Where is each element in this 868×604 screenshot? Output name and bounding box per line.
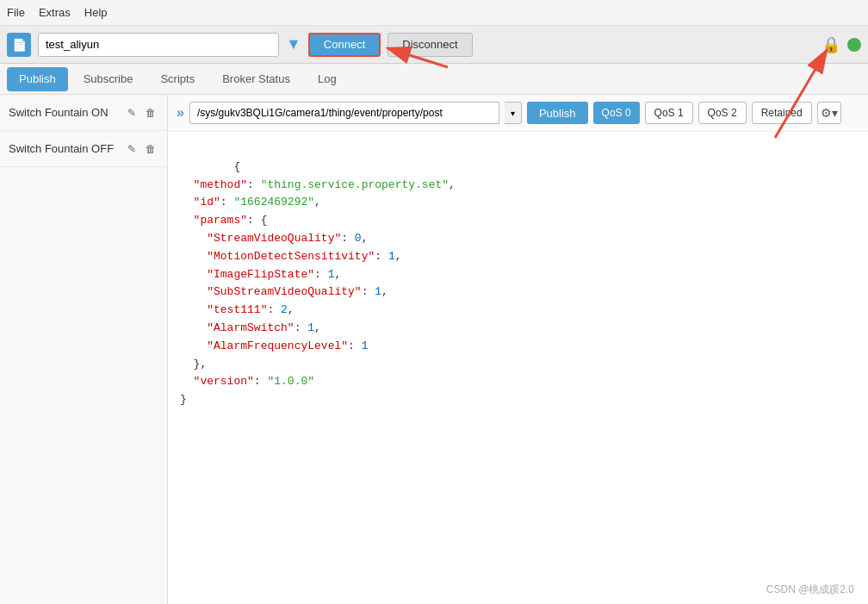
sidebar-item-fountain-on[interactable]: Switch Fountain ON ✎ 🗑 xyxy=(0,95,167,131)
code-line-method: "method": "thing.service.property.set", xyxy=(180,178,456,191)
code-line-stream: "StreamVideoQuality": 0, xyxy=(180,232,368,245)
connection-arrow-icon[interactable]: ▼ xyxy=(286,35,301,53)
sidebar-item-fountain-off-label: Switch Fountain OFF xyxy=(9,142,124,155)
watermark: CSDN @桃成蹊2.0 xyxy=(766,582,854,597)
code-line-alarmfreq: "AlarmFrequencyLevel": 1 xyxy=(180,339,368,352)
delete-fountain-on-icon[interactable]: 🗑 xyxy=(143,105,158,121)
code-line-id: "id": "1662469292", xyxy=(180,196,321,209)
tab-bar: Publish Subscribe Scripts Broker Status … xyxy=(0,64,868,95)
code-line-alarmswitch: "AlarmSwitch": 1, xyxy=(180,321,321,334)
code-params-close: }, xyxy=(180,358,207,370)
topic-dropdown-button[interactable]: ▾ xyxy=(505,102,522,124)
connection-name-input[interactable] xyxy=(38,33,279,57)
menu-extras[interactable]: Extras xyxy=(39,6,71,19)
sidebar-item-fountain-on-label: Switch Fountain ON xyxy=(9,106,124,119)
tab-log[interactable]: Log xyxy=(306,67,349,91)
sidebar-item-fountain-off-actions: ✎ 🗑 xyxy=(124,141,158,157)
document-icon: 📄 xyxy=(7,33,31,57)
tab-subscribe[interactable]: Subscribe xyxy=(71,67,146,91)
code-editor[interactable]: { "method": "thing.service.property.set"… xyxy=(168,132,868,604)
code-line-version: "version": "1.0.0" xyxy=(180,375,314,388)
tab-publish[interactable]: Publish xyxy=(7,67,68,91)
edit-fountain-on-icon[interactable]: ✎ xyxy=(124,105,140,121)
qos1-button[interactable]: QoS 1 xyxy=(645,102,693,124)
qos2-button[interactable]: QoS 2 xyxy=(698,102,747,124)
menubar: File Extras Help xyxy=(0,0,868,26)
lock-icon: 🔒 xyxy=(822,35,840,54)
delete-fountain-off-icon[interactable]: 🗑 xyxy=(143,141,158,157)
code-brace-close: } xyxy=(180,393,187,406)
menu-help[interactable]: Help xyxy=(84,6,108,19)
code-line-test111: "test111": 2, xyxy=(180,303,294,316)
publish-button[interactable]: Publish xyxy=(527,102,588,124)
topic-input[interactable] xyxy=(189,102,499,124)
connection-status-dot xyxy=(847,38,861,52)
settings-button[interactable]: ⚙▾ xyxy=(817,102,841,124)
code-line-params-open: "params": { xyxy=(180,214,267,227)
code-line-motion: "MotionDetectSensitivity": 1, xyxy=(180,250,402,263)
connect-button[interactable]: Connect xyxy=(308,33,381,57)
main-area: Switch Fountain ON ✎ 🗑 Switch Fountain O… xyxy=(0,95,868,604)
code-brace-open: { xyxy=(233,160,240,173)
topic-bar: » ▾ Publish QoS 0 QoS 1 QoS 2 Retained ⚙… xyxy=(168,95,868,132)
qos0-button[interactable]: QoS 0 xyxy=(593,102,640,124)
sidebar-item-fountain-on-actions: ✎ 🗑 xyxy=(124,105,158,121)
code-line-substream: "SubStreamVideoQuality": 1, xyxy=(180,285,388,298)
content-area: » ▾ Publish QoS 0 QoS 1 QoS 2 Retained ⚙… xyxy=(168,95,868,604)
edit-fountain-off-icon[interactable]: ✎ xyxy=(124,141,140,157)
disconnect-button[interactable]: Disconnect xyxy=(388,33,472,57)
sidebar-item-fountain-off[interactable]: Switch Fountain OFF ✎ 🗑 xyxy=(0,131,167,167)
toolbar: 📄 ▼ Connect Disconnect 🔒 xyxy=(0,26,868,64)
sidebar: Switch Fountain ON ✎ 🗑 Switch Fountain O… xyxy=(0,95,168,604)
topic-arrow-icon: » xyxy=(177,105,184,121)
retained-button[interactable]: Retained xyxy=(752,102,812,124)
menu-file[interactable]: File xyxy=(7,6,25,19)
code-line-imageflip: "ImageFlipState": 1, xyxy=(180,268,341,281)
tab-scripts[interactable]: Scripts xyxy=(148,67,207,91)
tab-broker-status[interactable]: Broker Status xyxy=(210,67,302,91)
